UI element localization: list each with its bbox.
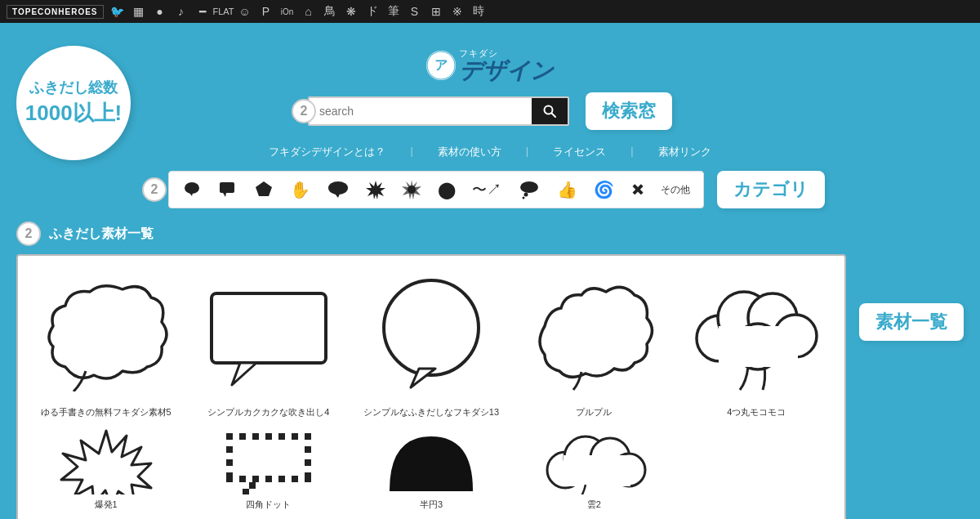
- svg-rect-44: [226, 446, 233, 453]
- category-wrapper: 2 ✋: [139, 171, 841, 208]
- cat-cross[interactable]: ✚: [626, 178, 649, 202]
- list-item[interactable]: 4つ丸モコモコ: [682, 269, 831, 418]
- list-item[interactable]: シンプルカクカクな吹き出し4: [194, 269, 343, 418]
- cat-sun-burst[interactable]: [402, 180, 421, 199]
- cat-burst[interactable]: [366, 180, 385, 199]
- material-name: 雲2: [587, 499, 601, 511]
- icon-flower[interactable]: ❋: [342, 2, 360, 20]
- material-thumbnail: [519, 425, 669, 499]
- icon-ion[interactable]: iOn: [278, 2, 296, 20]
- cat-round-bubble[interactable]: [182, 180, 202, 199]
- svg-rect-45: [226, 459, 233, 466]
- icon-music[interactable]: ♪: [172, 2, 190, 20]
- cat-circle[interactable]: ⬤: [438, 180, 456, 199]
- logo-design: デザイン: [459, 60, 554, 83]
- icon-face[interactable]: ☺: [236, 2, 254, 20]
- icon-house[interactable]: ⌂: [300, 2, 318, 20]
- material-name: ゆる手書きの無料フキダシ素材5: [41, 406, 172, 418]
- material-thumbnail: [519, 269, 669, 400]
- materials-grid-row2: 爆発1: [31, 425, 831, 511]
- icon-bird[interactable]: 🐦: [109, 2, 127, 20]
- list-item: [682, 425, 831, 511]
- icon-s[interactable]: S: [406, 2, 424, 20]
- nav-link-usage[interactable]: 素材の使い方: [438, 145, 501, 159]
- list-item[interactable]: 半円3: [356, 425, 506, 511]
- materials-step-indicator: 2: [16, 221, 41, 246]
- svg-point-14: [520, 181, 538, 193]
- svg-rect-37: [239, 476, 246, 482]
- icon-brush[interactable]: 筆: [385, 2, 403, 20]
- svg-rect-40: [278, 476, 285, 482]
- svg-marker-10: [335, 194, 340, 198]
- icon-grid2[interactable]: ⊞: [427, 2, 445, 20]
- material-thumbnail: [682, 269, 831, 400]
- cat-hand[interactable]: ✋: [290, 180, 310, 199]
- material-name: 四角ドット: [246, 499, 291, 511]
- icon-fl[interactable]: FLAT: [215, 2, 233, 20]
- svg-rect-50: [305, 472, 311, 479]
- material-thumbnail: [194, 269, 343, 400]
- tagline-bubble: ふきだし総数 1000以上!: [16, 46, 131, 160]
- icon-bird2[interactable]: 鳥: [321, 2, 339, 20]
- nav-link-license[interactable]: ライセンス: [553, 145, 606, 159]
- list-item[interactable]: シンプルなふきだしなフキダシ13: [356, 269, 506, 418]
- search-label: 検索窓: [586, 92, 672, 130]
- material-thumbnail: [194, 425, 343, 499]
- materials-grid-wrapper: ゆる手書きの無料フキダシ素材5 シンプルカクカクな吹き出し4: [16, 254, 846, 519]
- materials-header: 2 ふきだし素材一覧: [16, 221, 964, 246]
- category-step-indicator: 2: [142, 177, 167, 202]
- logo-icon: ア: [426, 51, 456, 80]
- svg-marker-27: [61, 431, 151, 494]
- cat-pentagon[interactable]: [254, 180, 274, 199]
- icon-line[interactable]: ━: [194, 2, 212, 20]
- cat-spiral[interactable]: 🌀: [594, 180, 614, 199]
- icon-asterisk[interactable]: ※: [448, 2, 466, 20]
- brand-logo[interactable]: TOPECONHEROES: [7, 5, 104, 19]
- svg-rect-6: [220, 182, 234, 193]
- svg-rect-30: [239, 433, 246, 440]
- svg-rect-26: [719, 326, 798, 367]
- list-item[interactable]: 雲2: [519, 425, 669, 511]
- cat-oval-bubble[interactable]: [327, 180, 350, 199]
- svg-marker-5: [189, 193, 193, 196]
- svg-rect-46: [226, 472, 233, 479]
- nav-link-about[interactable]: フキダシデザインとは？: [269, 145, 385, 159]
- icon-do[interactable]: ド: [363, 2, 381, 20]
- materials-section: 2 ふきだし素材一覧: [0, 221, 980, 519]
- logo-area: ア フキダシ デザイン: [426, 47, 554, 83]
- svg-rect-28: [226, 433, 311, 482]
- svg-rect-38: [252, 476, 259, 482]
- nav-link-links[interactable]: 素材リンク: [658, 145, 711, 159]
- material-name: プルプル: [576, 406, 612, 418]
- cat-wave[interactable]: 〜↗: [472, 180, 501, 199]
- svg-rect-49: [305, 459, 311, 466]
- list-item[interactable]: ゆる手書きの無料フキダシ素材5: [31, 269, 180, 418]
- list-item[interactable]: プルプル: [519, 269, 669, 418]
- cat-thumbs-up[interactable]: 👍: [557, 180, 577, 199]
- svg-rect-32: [265, 433, 272, 440]
- category-label: カテゴリ: [717, 171, 825, 208]
- search-button[interactable]: [532, 98, 568, 124]
- svg-rect-17: [212, 293, 326, 363]
- topbar-icons: 🐦 ▦ ● ♪ ━ FLAT ☺ P iOn ⌂ 鳥 ❋ ド 筆 S ⊞ ※ 時: [109, 2, 488, 20]
- search-input[interactable]: [310, 98, 532, 124]
- icon-time[interactable]: 時: [470, 2, 488, 20]
- cat-rect-bubble[interactable]: [218, 180, 238, 199]
- svg-point-19: [384, 280, 479, 375]
- svg-marker-11: [366, 181, 385, 199]
- cat-other[interactable]: その他: [661, 183, 690, 197]
- material-thumbnail: [31, 425, 180, 499]
- icon-circle[interactable]: ●: [151, 2, 169, 20]
- search-step-indicator: 2: [292, 99, 316, 123]
- nav-links: フキダシデザインとは？ | 素材の使い方 | ライセンス | 素材リンク: [269, 145, 710, 159]
- svg-rect-51: [249, 482, 256, 489]
- svg-rect-43: [226, 433, 233, 440]
- list-item[interactable]: 四角ドット: [194, 425, 343, 511]
- icon-p[interactable]: P: [257, 2, 275, 20]
- list-item[interactable]: 爆発1: [31, 425, 180, 511]
- icon-grid[interactable]: ▦: [130, 2, 148, 20]
- svg-rect-31: [252, 433, 259, 440]
- cat-thought-bubble[interactable]: [518, 180, 541, 199]
- svg-rect-57: [564, 455, 630, 486]
- svg-rect-34: [292, 433, 298, 440]
